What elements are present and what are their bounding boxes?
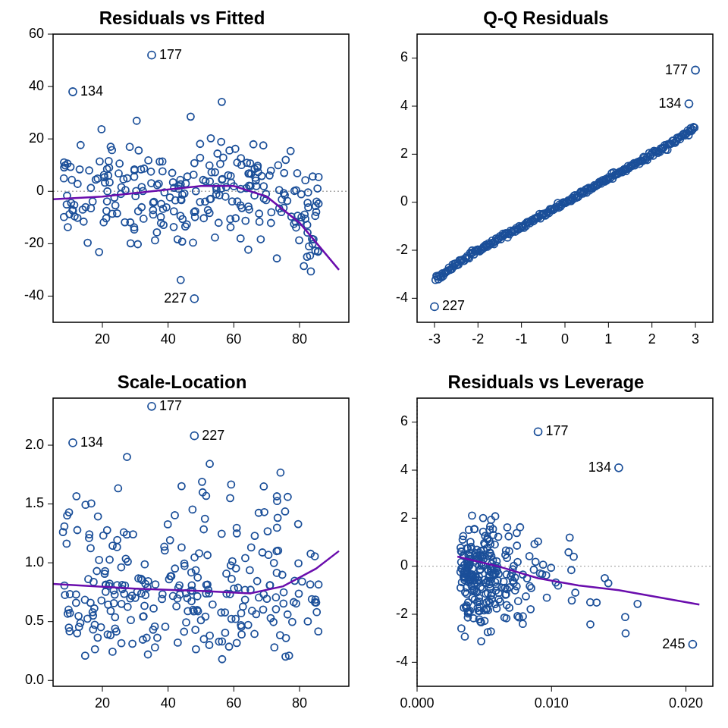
svg-point-178 [256,218,263,225]
svg-point-626 [115,485,121,491]
svg-point-805 [178,483,185,490]
svg-point-1167 [522,593,529,600]
svg-point-844 [228,562,234,569]
svg-point-867 [191,554,198,561]
svg-point-112 [171,224,177,231]
svg-point-810 [98,597,105,604]
svg-point-848 [265,551,271,558]
svg-point-825 [228,481,234,488]
svg-point-239 [103,208,110,215]
svg-point-215 [206,162,213,169]
svg-point-774 [145,651,152,657]
svg-point-731 [226,643,233,650]
svg-text:177: 177 [665,62,688,77]
svg-text:80: 80 [292,331,307,347]
plot-svg: 177134227204060800.00.51.01.52.0 [0,364,364,728]
svg-point-714 [238,631,245,638]
svg-point-839 [171,565,178,572]
svg-text:6: 6 [400,49,408,64]
svg-point-756 [192,626,199,633]
svg-point-159 [314,185,321,192]
svg-point-998 [540,561,547,568]
plot-svg: 1771342450.0000.0100.020-4-20246 [364,364,728,728]
svg-text:20: 20 [29,130,44,146]
svg-point-622 [242,554,249,561]
svg-point-32 [208,135,215,142]
svg-point-8 [296,237,303,243]
plot-svg: 177134227-3-2-10123-4-20246 [364,0,728,364]
svg-text:0: 0 [36,183,44,198]
svg-point-766 [109,648,116,655]
svg-text:177: 177 [546,423,569,438]
svg-point-815 [234,639,240,646]
svg-point-149 [89,198,96,205]
svg-point-49 [256,210,262,217]
svg-text:40: 40 [161,695,176,711]
svg-point-48 [212,234,218,241]
svg-text:-4: -4 [396,654,408,669]
svg-point-607 [199,479,206,485]
svg-text:0.0: 0.0 [25,672,44,687]
svg-point-994 [605,580,612,587]
svg-point-794 [118,564,124,571]
svg-point-733 [93,568,100,575]
plot-scale-location: Scale-Location 177134227204060800.00.51.… [0,364,364,728]
svg-point-92 [196,155,203,162]
svg-point-172 [149,206,156,213]
svg-point-38 [293,170,300,177]
svg-point-1173 [535,428,542,435]
svg-text:60: 60 [29,26,44,41]
svg-point-77 [274,255,281,262]
svg-point-221 [202,177,209,184]
svg-point-1157 [569,597,576,604]
svg-point-705 [87,599,94,606]
svg-point-186 [228,224,234,231]
svg-point-797 [274,524,281,531]
svg-text:1.0: 1.0 [25,554,44,570]
svg-point-659 [200,526,207,533]
svg-point-653 [223,570,230,577]
svg-point-1093 [495,596,502,603]
svg-point-782 [275,514,281,521]
svg-text:245: 245 [662,636,685,651]
svg-text:4: 4 [400,98,408,113]
svg-point-658 [313,609,320,616]
svg-point-627 [277,469,284,476]
svg-point-223 [282,156,289,163]
svg-point-649 [304,618,311,625]
svg-text:40: 40 [29,78,44,93]
svg-point-952 [634,601,641,607]
svg-text:177: 177 [159,398,182,413]
svg-point-138 [106,179,113,186]
svg-text:20: 20 [95,695,110,711]
svg-point-274 [69,88,77,96]
svg-point-764 [124,453,130,460]
svg-point-910 [519,620,526,627]
svg-text:-3: -3 [428,331,441,347]
svg-point-1141 [568,566,575,573]
svg-point-1008 [548,564,554,571]
svg-point-573 [685,100,692,108]
svg-point-785 [141,602,148,609]
svg-point-806 [109,542,116,549]
svg-point-115 [196,140,203,147]
svg-point-191 [307,268,314,275]
svg-text:4: 4 [400,462,408,477]
svg-point-1005 [622,630,629,637]
svg-text:-2: -2 [472,331,484,347]
svg-point-147 [312,212,318,219]
svg-point-655 [75,613,82,620]
svg-point-116 [112,202,119,209]
svg-point-51 [63,201,70,208]
svg-point-1026 [528,585,535,592]
svg-point-575 [431,303,438,310]
svg-point-665 [271,644,278,651]
svg-text:-20: -20 [24,235,44,250]
svg-text:2: 2 [400,510,408,525]
svg-point-906 [505,533,512,540]
svg-text:-2: -2 [396,242,408,257]
svg-point-684 [240,604,246,610]
svg-point-261 [105,165,112,171]
svg-point-831 [158,595,165,602]
svg-text:134: 134 [658,96,681,111]
